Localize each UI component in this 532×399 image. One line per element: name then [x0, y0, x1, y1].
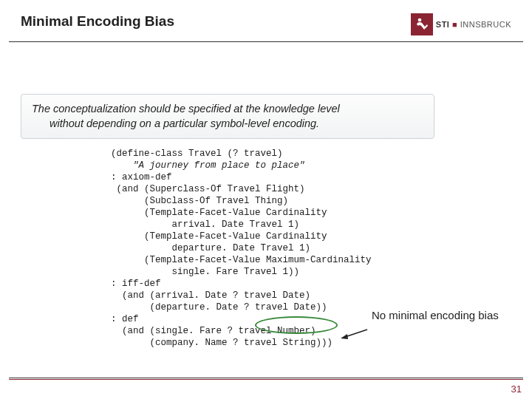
- quote-line: without depending on a particular symbol…: [32, 117, 423, 132]
- quote-box: The conceptualization should be specifie…: [21, 94, 434, 139]
- header-divider: [9, 41, 523, 42]
- quote-line: The conceptualization should be specifie…: [32, 102, 423, 117]
- logo-text: STI ■ INNSBRUCK: [436, 20, 511, 29]
- logo: STI ■ INNSBRUCK: [411, 13, 511, 35]
- code-block: (define-class Travel (? travel) "A journ…: [111, 148, 532, 349]
- footer-divider-accent: [9, 379, 523, 380]
- footer-divider: [9, 378, 523, 378]
- logo-mark-icon: [411, 13, 433, 35]
- page-title: Minimal Encoding Bias: [21, 13, 174, 30]
- page-number: 31: [511, 383, 522, 395]
- svg-point-0: [418, 18, 422, 22]
